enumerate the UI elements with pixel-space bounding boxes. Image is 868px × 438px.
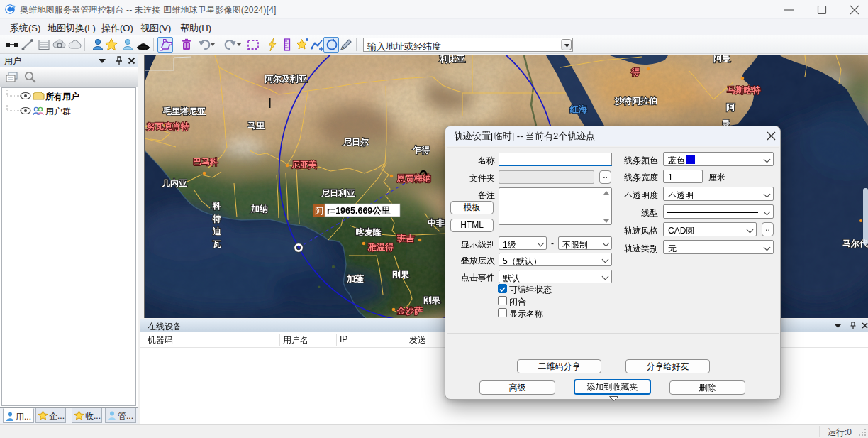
svg-text:迪: 迪 (212, 226, 221, 236)
svg-text:尼日利亚: 尼日利亚 (321, 188, 356, 198)
svg-text:乍得: 乍得 (412, 145, 430, 155)
svg-text:瓦: 瓦 (212, 239, 221, 249)
svg-text:阿尔及利亚: 阿尔及利亚 (265, 74, 308, 84)
svg-text:红海: 红海 (569, 104, 587, 114)
svg-text:尼日尔: 尼日尔 (343, 137, 369, 147)
svg-text:几内亚: 几内亚 (161, 178, 188, 188)
svg-text:雅温得: 雅温得 (367, 242, 394, 252)
svg-text:加纳: 加纳 (250, 204, 268, 214)
svg-text:努瓦克肖特: 努瓦克肖特 (147, 121, 189, 131)
svg-text:金沙萨: 金沙萨 (396, 306, 423, 316)
svg-text:马斯喀特: 马斯喀特 (727, 85, 761, 95)
svg-text:特: 特 (212, 214, 221, 224)
svg-text:阿: 阿 (726, 102, 735, 112)
svg-text:毛里塔尼亚: 毛里塔尼亚 (163, 106, 206, 116)
svg-text:得: 得 (630, 67, 640, 77)
svg-text:恩贾梅纳: 恩贾梅纳 (396, 173, 431, 183)
svg-text:喀麦隆: 喀麦隆 (356, 227, 382, 237)
svg-text:马里: 马里 (247, 121, 265, 131)
svg-text:中非: 中非 (428, 218, 445, 228)
svg-text:阿曼: 阿曼 (713, 55, 731, 63)
svg-text:刚果: 刚果 (392, 270, 410, 280)
svg-text:利比亚: 利比亚 (439, 55, 466, 64)
svg-text:班吉: 班吉 (396, 234, 415, 243)
svg-text:r=1965.669公里: r=1965.669公里 (327, 206, 391, 216)
svg-text:加蓬: 加蓬 (346, 274, 365, 284)
svg-text:阿: 阿 (315, 206, 324, 216)
svg-text:尼亚美: 尼亚美 (291, 160, 317, 170)
svg-text:沙特阿拉伯: 沙特阿拉伯 (614, 96, 657, 106)
svg-text:科: 科 (212, 201, 221, 211)
svg-text:刚果: 刚果 (423, 295, 441, 305)
svg-text:巴马科: 巴马科 (193, 157, 218, 167)
